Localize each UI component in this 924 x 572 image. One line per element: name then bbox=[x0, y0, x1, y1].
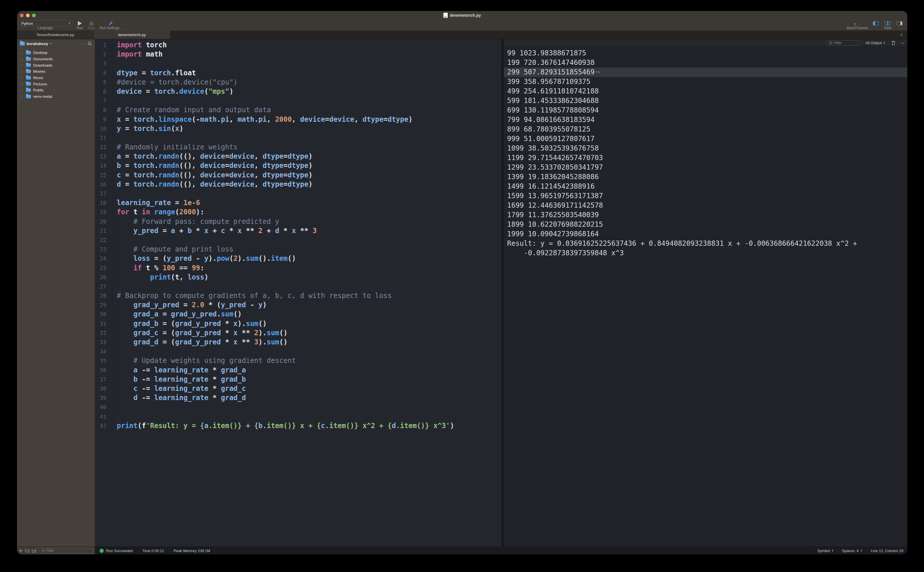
code-line[interactable]: 12# Randomly initialize weights bbox=[95, 143, 501, 152]
clear-output-trash-icon[interactable] bbox=[891, 41, 896, 45]
language-dropdown[interactable]: Python ▲▼ bbox=[18, 20, 72, 26]
code-editor[interactable]: 1import torch2import math34dtype = torch… bbox=[95, 39, 501, 547]
code-line[interactable]: 25 if t % 100 == 99: bbox=[95, 263, 501, 273]
code-line[interactable]: 10y = torch.sin(x) bbox=[95, 124, 501, 133]
output-line[interactable]: 1099 38.50325393676758 bbox=[504, 144, 907, 153]
output-line[interactable]: 1599 13.965197563171387 bbox=[504, 191, 907, 201]
output-line[interactable]: 1799 11.37625503540039 bbox=[504, 210, 907, 220]
output-filter-input[interactable] bbox=[834, 41, 857, 45]
code-line[interactable]: 40 bbox=[95, 403, 501, 412]
output-line[interactable]: 1399 19.18362045288086 bbox=[504, 172, 907, 182]
code-line[interactable]: 13a = torch.randn((), device=device, dty… bbox=[95, 152, 501, 161]
code-line[interactable]: 21 y_pred = a + b * x + c * x ** 2 + d *… bbox=[95, 226, 501, 235]
code-line[interactable]: 22 bbox=[95, 235, 501, 245]
current-folder-name[interactable]: burakaksoy bbox=[26, 42, 48, 46]
chevron-down-icon[interactable] bbox=[50, 42, 53, 45]
code-line[interactable]: 32 grad_c = (grad_y_pred * x ** 2).sum() bbox=[95, 328, 501, 337]
code-line[interactable]: 5#device = torch.device("cpu") bbox=[95, 78, 501, 87]
new-tab-button[interactable]: + bbox=[896, 31, 907, 39]
code-line[interactable]: 35 # Update weights using gradient desce… bbox=[95, 356, 501, 365]
output-line[interactable]: 599 181.45333862304688 bbox=[504, 96, 907, 106]
toggle-split-button[interactable] bbox=[885, 21, 891, 25]
panel-divider[interactable] bbox=[501, 39, 504, 547]
symbol-dropdown[interactable]: Symbol ▲▼ bbox=[813, 549, 837, 553]
output-line[interactable]: 199 720.3676147460938 bbox=[504, 58, 907, 67]
code-line[interactable]: 14b = torch.randn((), device=device, dty… bbox=[95, 161, 501, 170]
chevron-right-icon[interactable]: › bbox=[21, 57, 24, 61]
search-icon[interactable] bbox=[88, 42, 92, 46]
code-line[interactable]: 1import torch bbox=[95, 40, 501, 50]
code-line[interactable]: 11 bbox=[95, 133, 501, 143]
chevron-right-icon[interactable]: › bbox=[21, 94, 24, 99]
code-line[interactable]: 31 grad_b = (grad_y_pred * x).sum() bbox=[95, 319, 501, 328]
output-scope-dropdown[interactable]: All Output ▲▼ bbox=[865, 41, 885, 45]
run-button[interactable]: Run bbox=[73, 20, 86, 31]
code-line[interactable]: 28# Backprop to compute gradients of a, … bbox=[95, 291, 501, 300]
indentation-dropdown[interactable]: Spaces: 4 ▲▼ bbox=[837, 549, 866, 553]
code-line[interactable]: 37 b -= learning_rate * grad_b bbox=[95, 375, 501, 384]
sidebar-filter[interactable] bbox=[39, 548, 93, 553]
sidebar-item-pictures[interactable]: ›Pictures bbox=[17, 81, 95, 87]
output-filter[interactable] bbox=[826, 40, 859, 46]
back-button[interactable]: ‹ bbox=[854, 21, 856, 26]
code-line[interactable]: 23 # Compute and print loss bbox=[95, 245, 501, 254]
code-line[interactable]: 39 d -= learning_rate * grad_d bbox=[95, 393, 501, 403]
sidebar-forward-button[interactable]: › bbox=[82, 41, 84, 46]
code-line[interactable]: 9x = torch.linspace(-math.pi, math.pi, 2… bbox=[95, 115, 501, 124]
code-line[interactable]: 24 loss = (y_pred - y).pow(2).sum().item… bbox=[95, 254, 501, 263]
cursor-position[interactable]: Line 12, Column 19 bbox=[866, 549, 907, 553]
sidebar-item-venv-metal[interactable]: ›venv-metal bbox=[17, 93, 95, 100]
sidebar-back-button[interactable]: ‹ bbox=[79, 41, 81, 46]
new-folder-icon[interactable] bbox=[25, 549, 29, 552]
tab-denemetorch[interactable]: denemetorch.py bbox=[94, 31, 171, 39]
forward-button[interactable]: › bbox=[859, 21, 860, 26]
output-line[interactable]: 1199 29.715442657470703 bbox=[504, 153, 907, 163]
code-line[interactable]: 20 # Forward pass: compute predicted y bbox=[95, 217, 501, 226]
code-line[interactable]: 26 print(t, loss) bbox=[95, 273, 501, 282]
output-line[interactable]: -0.09228738397359848 x^3 bbox=[504, 248, 907, 258]
output-line[interactable]: 799 94.08616638183594 bbox=[504, 115, 907, 124]
code-line[interactable]: 7 bbox=[95, 96, 501, 105]
output-line-selected[interactable]: 299 507.8293151855469¬ bbox=[504, 67, 907, 77]
code-line[interactable]: 34 bbox=[95, 347, 501, 356]
sidebar-filter-input[interactable] bbox=[46, 549, 91, 553]
code-line[interactable]: 8# Create random input and output data bbox=[95, 105, 501, 115]
sidebar-item-movies[interactable]: ›Movies bbox=[17, 68, 95, 75]
code-line[interactable]: 4dtype = torch.float bbox=[95, 68, 501, 78]
sidebar-item-desktop[interactable]: ›Desktop bbox=[17, 50, 95, 56]
output-line[interactable]: 899 68.7803955078125 bbox=[504, 124, 907, 134]
output-line[interactable]: 499 254.61911010742188 bbox=[504, 87, 907, 96]
code-line[interactable]: 36 a -= learning_rate * grad_a bbox=[95, 365, 501, 375]
stop-button[interactable]: Stop bbox=[86, 20, 96, 31]
code-line[interactable]: 29 grad_y_pred = 2.0 * (y_pred - y) bbox=[95, 300, 501, 309]
code-line[interactable]: 17 bbox=[95, 189, 501, 198]
chevron-right-icon[interactable]: › bbox=[21, 69, 24, 74]
chevron-right-icon[interactable]: › bbox=[21, 63, 24, 67]
chevron-right-icon[interactable]: › bbox=[21, 50, 24, 55]
toggle-console-button[interactable] bbox=[897, 21, 902, 25]
output-line[interactable]: 1299 23.533702850341797 bbox=[504, 163, 907, 172]
toggle-sidebar-button[interactable] bbox=[873, 21, 879, 25]
sidebar-item-public[interactable]: ›Public bbox=[17, 87, 95, 93]
output-line[interactable]: 1699 12.446369171142578 bbox=[504, 201, 907, 210]
output-line[interactable]: Result: y = 0.03691625225637436 + 0.8494… bbox=[504, 239, 907, 248]
import-file-icon[interactable] bbox=[32, 549, 36, 553]
tab-tensorflowdeneme[interactable]: Tensorflowdeneme.py bbox=[17, 31, 94, 39]
code-line[interactable]: 38 c -= learning_rate * grad_c bbox=[95, 384, 501, 393]
output-line[interactable]: 399 358.956787109375 bbox=[504, 77, 907, 87]
output-line[interactable]: 1999 10.09042739868164 bbox=[504, 229, 907, 239]
collapse-output-chevron-icon[interactable] bbox=[901, 41, 904, 44]
code-line[interactable]: 30 grad_a = grad_y_pred.sum() bbox=[95, 309, 501, 319]
chevron-right-icon[interactable]: › bbox=[21, 88, 24, 93]
output-line[interactable]: 99 1023.98388671875 bbox=[504, 48, 907, 58]
code-line[interactable]: 19for t in range(2000): bbox=[95, 207, 501, 217]
code-line[interactable]: 3 bbox=[95, 59, 501, 68]
code-line[interactable]: 6device = torch.device("mps") bbox=[95, 87, 501, 96]
code-line[interactable]: 15c = torch.randn((), device=device, dty… bbox=[95, 171, 501, 180]
sidebar-item-music[interactable]: ›Music bbox=[17, 75, 95, 81]
output-line[interactable]: 699 130.11985778808594 bbox=[504, 106, 907, 115]
code-line[interactable]: 33 grad_d = (grad_y_pred * x ** 3).sum() bbox=[95, 337, 501, 347]
code-line[interactable]: 18learning_rate = 1e-6 bbox=[95, 198, 501, 207]
sidebar-item-documents[interactable]: ›Documents bbox=[17, 56, 95, 62]
chevron-right-icon[interactable]: › bbox=[21, 82, 24, 86]
